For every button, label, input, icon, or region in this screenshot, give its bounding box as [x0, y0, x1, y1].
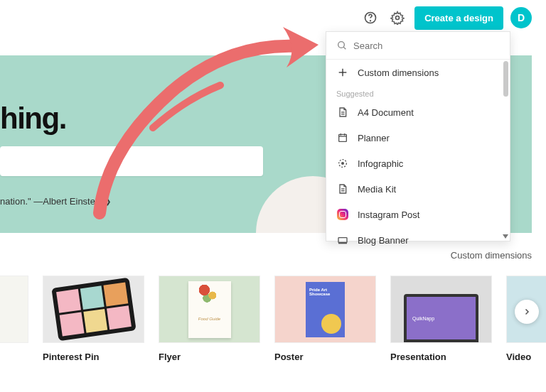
suggested-heading: Suggested — [326, 85, 510, 99]
template-thumbnail — [43, 276, 144, 343]
template-carousel: Pinterest Pin Food Guide Flyer Pride Art… — [0, 276, 546, 389]
hero-quote[interactable]: nation." —Albert Einstein ❯ — [0, 196, 111, 207]
dropdown-search-row — [326, 32, 510, 60]
template-card-poster[interactable]: Pride Art Showcase Poster — [274, 276, 376, 362]
template-thumbnail — [0, 276, 28, 343]
banner-icon — [336, 234, 349, 246]
help-icon[interactable] — [360, 8, 380, 28]
hero-title: hing. — [0, 102, 66, 136]
calendar-icon — [336, 131, 349, 144]
carousel-next-button[interactable] — [515, 300, 539, 324]
carousel-track: Pinterest Pin Food Guide Flyer Pride Art… — [0, 276, 546, 362]
instagram-icon — [336, 208, 349, 221]
avatar[interactable]: D — [510, 7, 532, 28]
hero-search-input[interactable] — [0, 146, 263, 176]
template-card-presentation[interactable]: QuikNapp Presentation — [390, 276, 492, 362]
create-design-button[interactable]: Create a design — [414, 6, 503, 30]
template-thumbnail: Food Guide — [159, 276, 260, 343]
template-card[interactable] — [0, 276, 28, 362]
search-icon — [336, 39, 348, 52]
svg-point-14 — [342, 163, 344, 165]
dd-item-label: Planner — [358, 133, 390, 143]
svg-point-1 — [370, 21, 371, 21]
suggested-instagram-post[interactable]: Instagram Post — [326, 202, 510, 227]
create-design-dropdown: Custom dimensions Suggested A4 Document … — [326, 31, 510, 241]
suggested-planner[interactable]: Planner — [326, 125, 510, 151]
svg-rect-9 — [339, 134, 347, 141]
svg-point-2 — [396, 16, 400, 20]
dd-item-label: Instagram Post — [358, 209, 419, 220]
dropdown-scrollbar[interactable] — [503, 61, 508, 239]
template-label: Presentation — [390, 352, 492, 362]
gear-icon[interactable] — [387, 8, 407, 28]
dd-item-label: Blog Banner — [358, 235, 409, 246]
quote-text: nation." —Albert Einstein — [0, 196, 102, 207]
dd-item-label: Custom dimensions — [358, 67, 439, 78]
top-header: Create a design D — [360, 0, 546, 36]
suggested-a4-document[interactable]: A4 Document — [326, 99, 510, 125]
template-thumbnail: QuikNapp — [390, 276, 492, 343]
svg-point-3 — [338, 42, 345, 48]
svg-rect-17 — [338, 238, 347, 243]
plus-icon — [336, 66, 349, 79]
document-icon — [336, 183, 349, 195]
infographic-icon — [336, 157, 349, 170]
template-label: Pinterest Pin — [43, 352, 144, 362]
template-card-flyer[interactable]: Food Guide Flyer — [159, 276, 260, 362]
dd-item-label: Infographic — [358, 158, 403, 169]
dropdown-body: Custom dimensions Suggested A4 Document … — [326, 60, 510, 241]
template-card-pinterest[interactable]: Pinterest Pin — [43, 276, 144, 362]
suggested-infographic[interactable]: Infographic — [326, 151, 510, 176]
template-label: Poster — [274, 352, 376, 362]
dd-item-label: Media Kit — [358, 184, 396, 195]
scrollbar-thumb[interactable] — [503, 61, 508, 97]
suggested-media-kit[interactable]: Media Kit — [326, 176, 510, 202]
custom-dimensions-item[interactable]: Custom dimensions — [326, 60, 510, 85]
dd-item-label: A4 Document — [358, 107, 414, 118]
dropdown-search-input[interactable] — [353, 40, 500, 51]
template-label: Flyer — [159, 352, 260, 362]
svg-line-4 — [343, 47, 346, 49]
template-thumbnail: Pride Art Showcase — [274, 276, 376, 343]
template-label: Video — [506, 352, 546, 362]
suggested-blog-banner[interactable]: Blog Banner — [326, 227, 510, 253]
document-icon — [336, 106, 349, 119]
chevron-right-icon: ❯ — [105, 197, 111, 205]
scrollbar-down-icon[interactable] — [503, 234, 508, 239]
